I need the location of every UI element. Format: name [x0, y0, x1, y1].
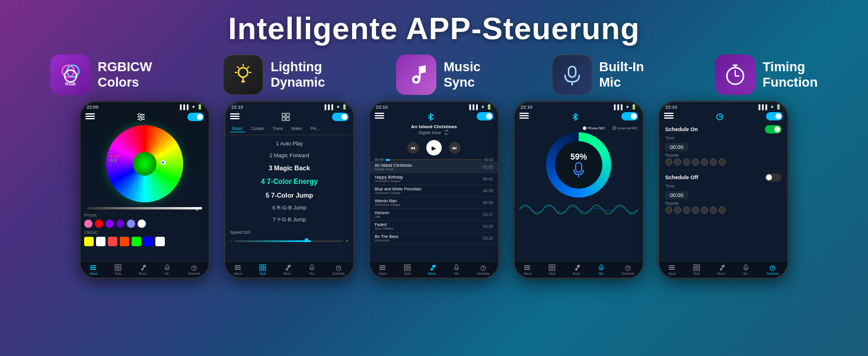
- nav-schedule[interactable]: Schedule: [477, 264, 490, 275]
- nav-mic[interactable]: Mic: [598, 264, 605, 275]
- nav-style[interactable]: Style: [693, 264, 700, 275]
- svg-rect-89: [694, 268, 696, 271]
- preset-dot[interactable]: [116, 220, 125, 228]
- play-button[interactable]: ▶: [426, 140, 442, 155]
- external-mic-option[interactable]: External MIC: [612, 126, 638, 130]
- nav-adjust[interactable]: Adjust: [234, 264, 242, 275]
- tab-flow[interactable]: Flo...: [308, 125, 323, 132]
- power-toggle[interactable]: [187, 113, 204, 121]
- nav-adjust[interactable]: Adjust: [89, 264, 97, 275]
- nav-adjust[interactable]: Adjust: [523, 264, 531, 275]
- speed-slider[interactable]: [234, 240, 343, 242]
- repeat-dot[interactable]: [710, 158, 717, 166]
- repeat-dot[interactable]: [683, 206, 690, 214]
- song-item[interactable]: Blue and White PorcelainUnknown Singer 0…: [370, 185, 498, 197]
- preset-dot[interactable]: [127, 220, 135, 228]
- tab-curtain[interactable]: Curtain: [248, 125, 267, 132]
- schedule-off-block: Schedule Off Time 00:00 Repeat: [665, 173, 781, 214]
- brightness-slider[interactable]: ☀: [87, 207, 202, 209]
- lighting-item[interactable]: 1 Auto Play: [230, 138, 349, 150]
- nav-style[interactable]: Style: [259, 264, 266, 275]
- mic-circle: 59%: [546, 132, 611, 198]
- repeat-dot[interactable]: [665, 158, 672, 166]
- classic-color[interactable]: [120, 237, 129, 246]
- repeat-dot[interactable]: [674, 158, 681, 166]
- nav-schedule[interactable]: Schedule: [767, 264, 779, 275]
- nav-music[interactable]: Music: [428, 264, 436, 275]
- power-toggle[interactable]: [621, 112, 638, 120]
- phone4-nav: [515, 111, 643, 122]
- repeat-dot[interactable]: [674, 206, 681, 214]
- preset-dot[interactable]: [95, 220, 103, 228]
- divider: [665, 170, 781, 171]
- preset-dot[interactable]: [106, 220, 114, 228]
- next-button[interactable]: ⏭: [449, 142, 461, 154]
- song-item[interactable]: FadedAlan Walker 03:29: [370, 221, 498, 233]
- repeat-dot[interactable]: [701, 206, 708, 214]
- nav-style[interactable]: Style: [404, 264, 411, 275]
- nav-mic[interactable]: Mic: [164, 264, 171, 275]
- nav-mic[interactable]: Mic: [742, 264, 749, 275]
- lighting-item-jump[interactable]: 5 7-Color Jump: [230, 189, 349, 202]
- prev-button[interactable]: ⏮: [407, 142, 419, 154]
- preset-dot[interactable]: [84, 220, 92, 228]
- repeat-dot[interactable]: [719, 158, 726, 166]
- repeat-dot[interactable]: [710, 206, 717, 214]
- hamburger-icon: [375, 113, 384, 120]
- song-item[interactable]: Be The BassUnknown 03:20: [370, 233, 498, 244]
- tab-trans[interactable]: Trans: [270, 125, 286, 132]
- nav-music[interactable]: Music: [717, 264, 725, 275]
- nav-style[interactable]: Style: [548, 264, 556, 275]
- nav-schedule[interactable]: Schedule: [333, 264, 345, 275]
- svg-text:RGB: RGB: [65, 81, 76, 87]
- song-item[interactable]: Happy BirthdayUnknown Singer 00:41: [370, 173, 498, 185]
- repeat-dot[interactable]: [719, 206, 726, 214]
- nav-schedule[interactable]: Schedule: [188, 264, 200, 275]
- classic-color[interactable]: [84, 237, 94, 246]
- lighting-item[interactable]: 6 R-G-B Jump: [230, 202, 349, 214]
- schedule-off-toggle[interactable]: [765, 173, 781, 182]
- tab-basic[interactable]: Basic: [230, 125, 245, 132]
- lighting-item[interactable]: 2 Magic Forward: [230, 150, 349, 161]
- nav-music[interactable]: Music: [283, 264, 291, 275]
- nav-adjust[interactable]: Adjust: [668, 264, 676, 275]
- power-toggle[interactable]: [477, 112, 493, 120]
- classic-label-row: Classic:: [81, 229, 209, 236]
- classic-color[interactable]: [155, 237, 165, 246]
- lighting-item[interactable]: 7 Y-G-B Jump: [230, 214, 349, 225]
- nav-music[interactable]: Music: [573, 264, 580, 275]
- classic-color[interactable]: [143, 237, 153, 246]
- svg-point-24: [138, 113, 141, 116]
- progress-bar[interactable]: [385, 159, 483, 161]
- repeat-dot[interactable]: [683, 158, 690, 166]
- song-item[interactable]: HorizonJarj 03:17: [370, 209, 498, 221]
- color-wheel-container: R 255 G 0 B 177: [81, 123, 209, 205]
- repeat-dot[interactable]: [701, 158, 708, 166]
- repeat-dot[interactable]: [692, 206, 699, 214]
- nav-mic[interactable]: Mic: [308, 264, 315, 275]
- tab-water[interactable]: Water: [289, 125, 304, 132]
- nav-schedule[interactable]: Schedule: [622, 264, 634, 275]
- power-toggle[interactable]: [332, 113, 349, 121]
- preset-dot[interactable]: [138, 220, 146, 228]
- lighting-item-highlight[interactable]: 3 Magic Back: [230, 161, 349, 174]
- repeat-icon: [443, 129, 449, 135]
- nav-mic[interactable]: Mic: [453, 264, 460, 275]
- nav-style[interactable]: Style: [114, 264, 122, 275]
- classic-color[interactable]: [96, 237, 106, 246]
- power-toggle[interactable]: [766, 112, 783, 120]
- lighting-item-energy[interactable]: 4 7-Color Energy: [230, 174, 349, 189]
- phone2-screen: 22:10 ▌▌▌ ✦ 🔋 Basic Curtain Trans Water …: [225, 102, 353, 278]
- classic-color[interactable]: [132, 237, 141, 246]
- classic-color[interactable]: [108, 237, 117, 246]
- lighting-list: 1 Auto Play 2 Magic Forward 3 Magic Back…: [225, 135, 353, 228]
- nav-adjust[interactable]: Adjust: [378, 264, 387, 275]
- song-item[interactable]: Weirdo ManUnknown Singer 00:58: [370, 197, 498, 209]
- phone4-statusbar: 22:10 ▌▌▌ ✦ 🔋: [515, 102, 643, 111]
- song-item[interactable]: An Island ChristmasDigital Juice 01:02: [370, 161, 498, 173]
- repeat-dot[interactable]: [665, 206, 672, 214]
- phone-mic-option[interactable]: Phone MIC: [583, 126, 605, 130]
- repeat-dot[interactable]: [692, 158, 699, 166]
- nav-music[interactable]: Music: [139, 264, 146, 275]
- schedule-on-toggle[interactable]: [765, 125, 781, 134]
